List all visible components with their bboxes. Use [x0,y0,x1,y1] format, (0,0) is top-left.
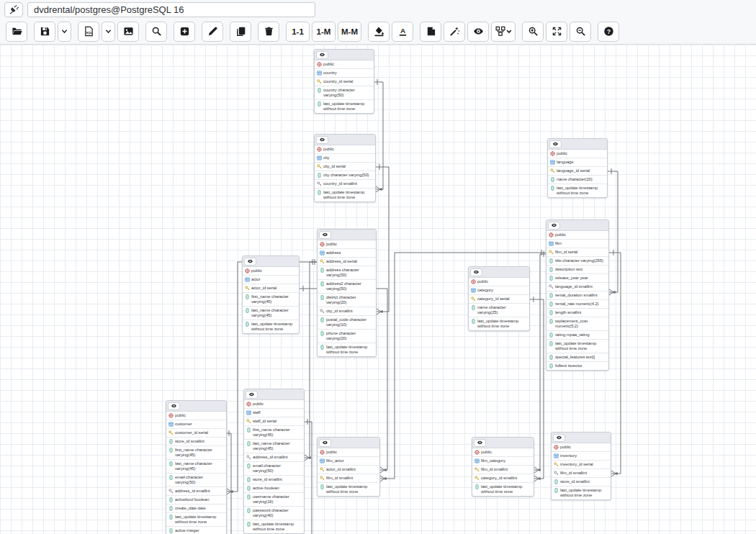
add-edit-note-button[interactable] [420,22,441,42]
column-row: last_update timestamp without time zone [243,320,299,333]
schema-icon [320,242,325,247]
edit-table-button[interactable] [202,22,223,42]
connection-title-field[interactable] [27,2,315,17]
column-row: address character varying(50) [318,266,376,280]
generate-sql-button[interactable]: SQL [78,22,99,42]
table-details-toggle[interactable] [316,136,328,144]
schema-row: public [318,448,379,457]
erd-table-country[interactable]: publiccountrycountry_id serialcountry ch… [314,49,374,114]
table-header [315,135,375,145]
table-details-toggle[interactable] [319,231,331,239]
erd-table-category[interactable]: publiccategorycategory_id serialname cha… [468,266,530,331]
column-row: email character varying(50) [244,462,304,476]
table-details-toggle[interactable] [548,222,560,230]
erd-table-film_category[interactable]: publicfilm_categoryfilm_id smallintcateg… [472,437,534,497]
toolbar-group: ? [598,22,619,42]
cardinality-notation-button[interactable] [491,22,516,42]
one-to-many-button[interactable]: 1-M [312,22,336,42]
table-details-toggle[interactable] [470,268,482,276]
text-color-button[interactable]: A [392,22,413,42]
download-image-button[interactable] [117,22,139,42]
schema-row: public [472,448,534,457]
column-row: last_update timestamp without time zone [244,520,304,533]
column-row: city_id smallint [318,307,376,316]
col-icon [317,101,322,107]
column-row: city character varying(50) [315,171,375,180]
column-row: phone character varying(20) [318,330,376,343]
clone-table-button[interactable] [230,22,251,42]
column-row: language_id smallint [546,283,608,291]
svg-text:SQL: SQL [86,31,92,35]
column-row: store_id smallint [552,478,611,487]
erd-table-inventory[interactable]: publicinventoryinventory_id serialfilm_i… [551,432,611,500]
erd-table-actor[interactable]: publicactoractor_id serialfirst_name cha… [242,255,300,334]
image-icon [123,26,134,37]
col-icon [549,267,554,272]
drop-table-button[interactable] [258,22,279,42]
svg-text:A: A [400,27,405,35]
col-icon [245,294,250,299]
table-name-row: customer [166,420,226,429]
zoom-out-icon [575,26,586,37]
help-button[interactable]: ? [598,22,619,42]
auto-align-button[interactable] [444,22,465,42]
erd-table-film[interactable]: publicfilmfilm_id serialtitle character … [546,220,609,371]
erd-table-film_actor[interactable]: publicfilm_actoractor_id smallintfilm_id… [317,437,380,497]
schema-icon [471,279,476,284]
col-icon [246,508,251,513]
column-row: rental_duration smallint [546,291,608,300]
erd-table-address[interactable]: publicaddressaddress_id serialaddress ch… [317,229,377,357]
svg-text:?: ? [606,28,610,35]
open-project-button[interactable] [6,22,27,42]
table-details-toggle[interactable] [316,51,328,59]
primary-key-icon [474,467,480,472]
column-row: address2 character varying(50) [318,280,376,294]
sql-more-button[interactable] [102,22,115,42]
table-header [546,220,608,231]
zoom-to-fit-button[interactable] [546,22,567,42]
many-marker [534,476,539,481]
fill-color-button[interactable] [368,22,390,42]
connection-button[interactable] [4,2,23,17]
title-bar [0,0,756,19]
erd-table-language[interactable]: publiclanguagelanguage_id serialname cha… [547,138,608,198]
erd-table-city[interactable]: publiccitycity_id serialcity character v… [314,134,376,202]
table-details-toggle[interactable] [246,391,258,399]
one-to-one-button[interactable]: 1-1 [286,22,310,42]
erd-table-staff[interactable]: publicstaffstaff_id serialfirst_name cha… [243,389,305,534]
eye-icon [551,222,557,228]
table-icon [246,410,251,415]
save-project-button[interactable] [34,22,55,42]
table-details-toggle[interactable] [168,402,180,410]
toolbar-group [230,22,251,42]
search-button[interactable] [145,22,167,42]
col-icon [168,439,174,444]
save-more-button[interactable] [58,22,71,42]
zoom-in-button[interactable] [522,22,544,42]
col-icon [549,276,554,281]
col-icon [549,310,554,315]
toolbar-group [34,22,71,42]
add-table-button[interactable] [174,22,195,42]
table-details-toggle[interactable] [319,439,331,447]
column-row: rental_rate numeric(4,2) [546,300,608,309]
table-details-toggle[interactable] [474,439,486,447]
table-header [243,256,299,267]
table-details-toggle[interactable] [244,258,256,266]
column-row: title character varying(255) [546,257,608,266]
erd-table-customer[interactable]: publiccustomercustomer_id serialstore_id… [166,400,227,534]
column-row: last_update timestamp without time zone [472,483,534,496]
column-row: category_id smallint [472,474,534,483]
foreign-key-icon [549,284,554,289]
column-row: staff_id serial [244,417,304,426]
table-details-toggle[interactable] [553,434,565,442]
zoom-out-button[interactable] [570,22,591,42]
show-details-button[interactable] [467,22,489,42]
table-name-row: address [318,249,376,258]
table-details-toggle[interactable] [549,140,562,148]
primary-key-icon [474,476,480,481]
table-icon [320,458,325,463]
many-to-many-button[interactable]: M-M [338,22,361,42]
schema-icon [245,268,250,273]
primary-key-icon [320,467,325,472]
